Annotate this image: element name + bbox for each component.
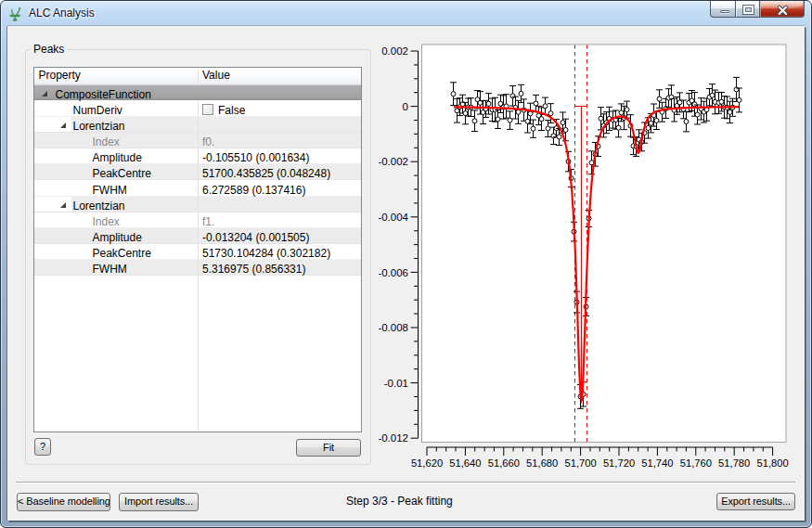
- svg-text:-0.002: -0.002: [378, 156, 408, 167]
- svg-text:-0.006: -0.006: [378, 267, 408, 278]
- svg-text:51,640: 51,640: [449, 457, 481, 469]
- svg-text:-0.004: -0.004: [378, 212, 408, 223]
- svg-text:51,660: 51,660: [488, 457, 520, 469]
- svg-text:51,620: 51,620: [411, 457, 443, 469]
- svg-text:51,700: 51,700: [564, 457, 596, 469]
- svg-text:51,720: 51,720: [603, 457, 635, 469]
- svg-text:51,680: 51,680: [526, 457, 558, 469]
- svg-text:-0.008: -0.008: [378, 322, 408, 333]
- svg-text:51,780: 51,780: [718, 457, 750, 469]
- svg-text:-0.01: -0.01: [384, 378, 408, 389]
- svg-text:51,800: 51,800: [756, 457, 788, 469]
- svg-text:51,760: 51,760: [680, 457, 712, 469]
- svg-text:0.002: 0.002: [381, 45, 408, 57]
- svg-text:0: 0: [403, 101, 408, 112]
- svg-text:51,740: 51,740: [641, 457, 673, 469]
- svg-text:-0.012: -0.012: [378, 432, 408, 444]
